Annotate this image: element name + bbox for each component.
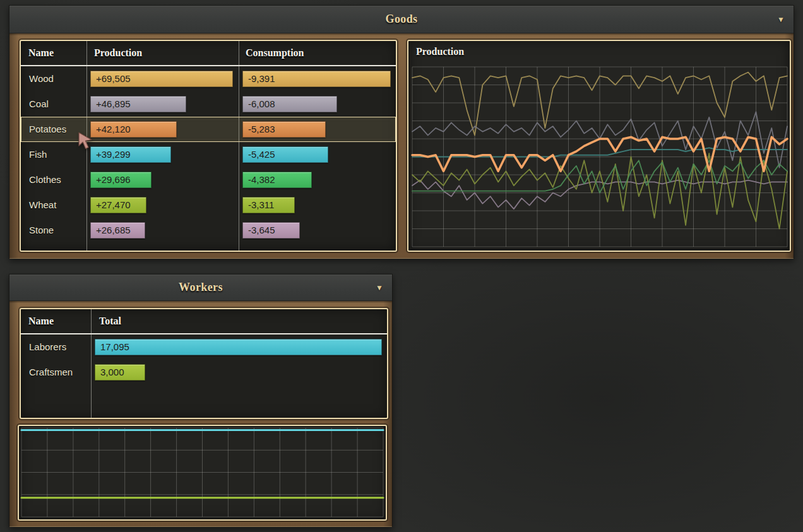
total-bar: 17,095 xyxy=(95,339,382,355)
goods-table-body: Wood+69,505-9,391Coal+46,895-6,008Potato… xyxy=(21,66,396,243)
goods-panel-titlebar: Goods ▼ xyxy=(9,6,794,33)
workers-table-body: Laborers17,095Craftsmen3,000 xyxy=(21,334,387,385)
mouse-cursor-icon xyxy=(78,132,95,151)
goods-table: Name Production Consumption Wood+69,505-… xyxy=(20,40,397,252)
production-bar: +27,470 xyxy=(90,197,146,213)
row-name-label: Clothes xyxy=(21,167,86,192)
table-row[interactable]: Stone+26,685-3,645 xyxy=(21,218,396,243)
row-name-label: Laborers xyxy=(21,334,91,360)
column-header-production: Production xyxy=(86,41,239,65)
workers-panel: Workers ▼ Name Total Laborers17,095Craft… xyxy=(9,274,393,527)
workers-table: Name Total Laborers17,095Craftsmen3,000 xyxy=(20,308,388,419)
workers-panel-body: Name Total Laborers17,095Craftsmen3,000 xyxy=(9,301,392,527)
workers-table-header: Name Total xyxy=(21,309,387,334)
consumption-bar: -3,645 xyxy=(242,222,300,239)
production-bar: +39,299 xyxy=(90,146,171,163)
row-name-label: Potatoes xyxy=(21,117,86,142)
table-row[interactable]: Wood+69,505-9,391 xyxy=(21,66,396,92)
workers-history-chart xyxy=(19,426,386,519)
workers-history-chart-box xyxy=(18,425,387,521)
game-statistics-screen: { "goods_panel": { "title": "Goods", "co… xyxy=(0,0,803,532)
row-name-label: Fish xyxy=(21,142,86,167)
goods-panel-body: Name Production Consumption Wood+69,505-… xyxy=(9,33,794,259)
workers-panel-titlebar: Workers ▼ xyxy=(9,275,392,301)
column-header-name: Name xyxy=(21,41,86,65)
row-name-label: Wood xyxy=(21,66,86,92)
table-row[interactable]: Coal+46,895-6,008 xyxy=(21,92,396,117)
goods-panel: Goods ▼ Name Production Consumption Wood… xyxy=(9,5,794,259)
workers-collapse-arrow-icon[interactable]: ▼ xyxy=(376,283,383,292)
production-bar: +69,505 xyxy=(90,71,233,87)
row-name-label: Wheat xyxy=(21,192,86,218)
column-header-total: Total xyxy=(91,309,121,333)
goods-table-header: Name Production Consumption xyxy=(21,41,396,66)
goods-panel-title: Goods xyxy=(9,6,794,33)
table-row[interactable]: Laborers17,095 xyxy=(21,334,387,360)
goods-collapse-arrow-icon[interactable]: ▼ xyxy=(777,15,785,24)
consumption-bar: -4,382 xyxy=(242,172,312,188)
production-bar: +42,120 xyxy=(90,121,177,138)
table-row[interactable]: Wheat+27,470-3,311 xyxy=(21,192,396,218)
column-header-name: Name xyxy=(21,309,91,333)
table-row[interactable]: Fish+39,299-5,425 xyxy=(21,142,396,167)
row-name-label: Craftsmen xyxy=(21,360,91,385)
column-header-consumption: Consumption xyxy=(239,41,304,65)
row-name-label: Stone xyxy=(21,218,86,243)
production-bar: +26,685 xyxy=(90,222,145,239)
consumption-bar: -5,425 xyxy=(242,146,328,163)
consumption-bar: -3,311 xyxy=(242,197,295,213)
goods-production-chart-box: Production xyxy=(407,40,791,252)
total-bar: 3,000 xyxy=(95,364,145,381)
row-name-label: Coal xyxy=(21,92,86,117)
production-bar: +46,895 xyxy=(90,96,186,112)
table-row[interactable]: Clothes+29,696-4,382 xyxy=(21,167,396,192)
consumption-bar: -9,391 xyxy=(242,71,391,87)
production-bar: +29,696 xyxy=(90,172,152,188)
table-row-selected[interactable]: Potatoes+42,120-5,283 xyxy=(21,117,396,142)
consumption-bar: -5,283 xyxy=(242,121,326,138)
production-history-chart xyxy=(408,41,790,251)
consumption-bar: -6,008 xyxy=(242,96,337,112)
table-row[interactable]: Craftsmen3,000 xyxy=(21,360,387,385)
workers-panel-title: Workers xyxy=(9,275,392,300)
